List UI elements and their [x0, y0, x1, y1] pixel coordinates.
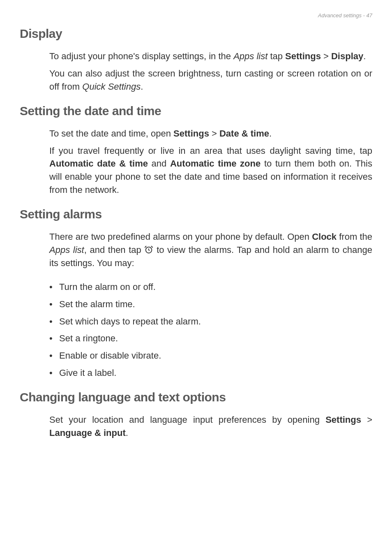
text-span: Display — [331, 51, 363, 61]
language-heading: Changing language and text options — [20, 390, 372, 404]
datetime-para-2: If you travel frequently or live in an a… — [49, 144, 372, 197]
text-span: Settings — [173, 128, 209, 139]
text-span: > — [321, 51, 331, 61]
text-span: Clock — [312, 232, 337, 242]
text-span: Automatic date & time — [49, 158, 148, 169]
datetime-heading: Setting the date and time — [20, 104, 372, 118]
text-span: To adjust your phone's display settings,… — [49, 51, 233, 61]
text-span: Date & time — [219, 128, 269, 139]
display-para-2: You can also adjust the screen brightnes… — [49, 67, 372, 93]
list-item: Set the alarm time. — [49, 298, 372, 311]
datetime-body: To set the date and time, open Settings … — [49, 127, 372, 197]
alarms-bullet-list: Turn the alarm on or off. Set the alarm … — [49, 280, 372, 380]
text-span: and — [148, 158, 170, 169]
text-span: Quick Settings — [82, 81, 141, 92]
text-span: > — [209, 128, 219, 139]
text-span: Apps list — [49, 245, 84, 255]
list-item: Set a ringtone. — [49, 332, 372, 345]
text-span: . — [126, 428, 128, 438]
text-span: tap — [267, 51, 285, 61]
language-body: Set your location and language input pre… — [49, 413, 372, 440]
text-span: . — [269, 128, 272, 139]
text-span: from the — [337, 232, 372, 242]
text-span: Apps list — [233, 51, 267, 61]
alarms-heading: Setting alarms — [20, 207, 372, 221]
list-item: Enable or disable vibrate. — [49, 349, 372, 362]
page-header: Advanced settings - 47 — [20, 12, 372, 19]
alarms-body: There are two predefined alarms on your … — [49, 230, 372, 270]
list-item: Turn the alarm on or off. — [49, 280, 372, 294]
alarms-para-1: There are two predefined alarms on your … — [49, 230, 372, 270]
datetime-para-1: To set the date and time, open Settings … — [49, 127, 372, 140]
text-span: Set your location and language input pre… — [49, 415, 325, 425]
text-span: To set the date and time, open — [49, 128, 173, 139]
alarm-icon — [144, 245, 153, 255]
list-item: Set which days to repeat the alarm. — [49, 315, 372, 328]
text-span: . — [141, 81, 143, 92]
text-span: Settings — [285, 51, 321, 61]
text-span: . — [363, 51, 366, 61]
text-span: There are two predefined alarms on your … — [49, 232, 312, 242]
list-item: Give it a label. — [49, 366, 372, 380]
language-para-1: Set your location and language input pre… — [49, 413, 372, 440]
text-span: Language & input — [49, 428, 126, 438]
text-span: If you travel frequently or live in an a… — [49, 146, 372, 156]
display-body: To adjust your phone's display settings,… — [49, 50, 372, 93]
text-span: , and then tap — [84, 245, 145, 255]
text-span: > — [361, 415, 372, 425]
text-span: Automatic time zone — [170, 158, 261, 169]
display-para-1: To adjust your phone's display settings,… — [49, 50, 372, 63]
text-span: Settings — [325, 415, 361, 425]
display-heading: Display — [20, 27, 372, 41]
